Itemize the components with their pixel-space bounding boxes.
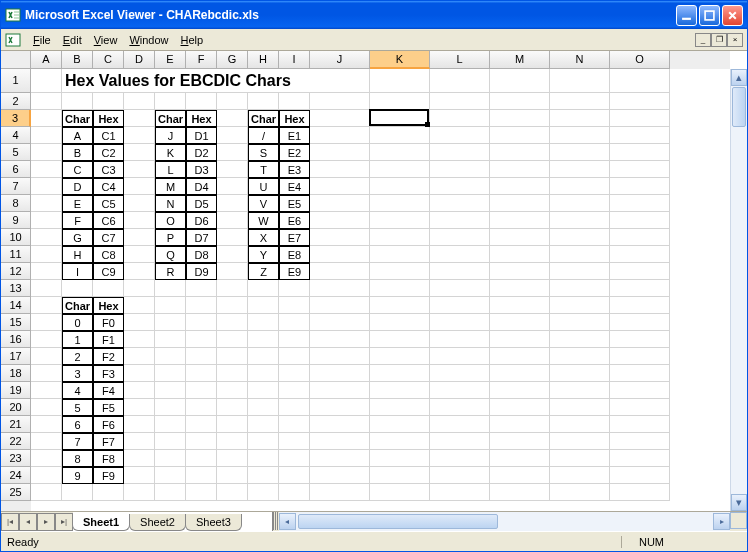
cell[interactable]: [550, 69, 610, 93]
cell[interactable]: [370, 467, 430, 484]
cell[interactable]: [124, 263, 155, 280]
cell[interactable]: [490, 433, 550, 450]
cell[interactable]: [610, 212, 670, 229]
cell[interactable]: [550, 246, 610, 263]
menu-help[interactable]: Help: [175, 32, 210, 48]
data-cell[interactable]: Hex: [93, 110, 124, 127]
cell[interactable]: [550, 382, 610, 399]
cell[interactable]: [370, 93, 430, 110]
data-cell[interactable]: H: [62, 246, 93, 263]
data-cell[interactable]: Hex Values for EBCDIC Chars: [62, 69, 370, 93]
cell[interactable]: [550, 178, 610, 195]
cell[interactable]: [610, 93, 670, 110]
cell[interactable]: [186, 450, 217, 467]
cell[interactable]: [490, 467, 550, 484]
cell[interactable]: [310, 280, 370, 297]
cell[interactable]: [490, 365, 550, 382]
data-cell[interactable]: Char: [248, 110, 279, 127]
scroll-down-button[interactable]: ▾: [731, 494, 747, 511]
cell[interactable]: [217, 144, 248, 161]
cell[interactable]: [217, 297, 248, 314]
cell[interactable]: [31, 433, 62, 450]
cell[interactable]: [430, 229, 490, 246]
cell[interactable]: [550, 280, 610, 297]
data-cell[interactable]: Char: [155, 110, 186, 127]
data-cell[interactable]: C7: [93, 229, 124, 246]
cell[interactable]: [217, 467, 248, 484]
row-header-7[interactable]: 7: [1, 178, 31, 195]
cell[interactable]: [155, 382, 186, 399]
cell[interactable]: [279, 280, 310, 297]
cell[interactable]: [490, 399, 550, 416]
data-cell[interactable]: E8: [279, 246, 310, 263]
data-cell[interactable]: C5: [93, 195, 124, 212]
cell[interactable]: [155, 416, 186, 433]
cell-grid[interactable]: Hex Values for EBCDIC CharsCharHexAC1BC2…: [31, 69, 730, 511]
data-cell[interactable]: E7: [279, 229, 310, 246]
cell[interactable]: [31, 467, 62, 484]
cell[interactable]: [550, 416, 610, 433]
cell[interactable]: [217, 195, 248, 212]
data-cell[interactable]: C6: [93, 212, 124, 229]
data-cell[interactable]: E6: [279, 212, 310, 229]
sheet-tab-sheet3[interactable]: Sheet3: [185, 514, 242, 531]
data-cell[interactable]: 1: [62, 331, 93, 348]
data-cell[interactable]: L: [155, 161, 186, 178]
tab-nav-last[interactable]: ▸|: [55, 513, 73, 531]
cell[interactable]: [430, 144, 490, 161]
cell[interactable]: [430, 365, 490, 382]
cell[interactable]: [124, 127, 155, 144]
cell[interactable]: [370, 178, 430, 195]
row-header-24[interactable]: 24: [1, 467, 31, 484]
col-header-L[interactable]: L: [430, 51, 490, 69]
cell[interactable]: [490, 195, 550, 212]
cell[interactable]: [124, 178, 155, 195]
cell[interactable]: [279, 331, 310, 348]
cell[interactable]: [124, 467, 155, 484]
cell[interactable]: [550, 127, 610, 144]
data-cell[interactable]: C9: [93, 263, 124, 280]
cell[interactable]: [430, 280, 490, 297]
cell[interactable]: [310, 450, 370, 467]
row-header-16[interactable]: 16: [1, 331, 31, 348]
menu-window[interactable]: Window: [123, 32, 174, 48]
cell[interactable]: [217, 246, 248, 263]
data-cell[interactable]: F6: [93, 416, 124, 433]
cell[interactable]: [430, 110, 490, 127]
data-cell[interactable]: R: [155, 263, 186, 280]
data-cell[interactable]: M: [155, 178, 186, 195]
tab-nav-prev[interactable]: ◂: [19, 513, 37, 531]
cell[interactable]: [370, 110, 430, 127]
scroll-left-button[interactable]: ◂: [279, 513, 296, 530]
data-cell[interactable]: C: [62, 161, 93, 178]
cell[interactable]: [186, 314, 217, 331]
cell[interactable]: [155, 399, 186, 416]
cell[interactable]: [490, 93, 550, 110]
row-header-25[interactable]: 25: [1, 484, 31, 501]
cell[interactable]: [550, 161, 610, 178]
cell[interactable]: [550, 93, 610, 110]
cell[interactable]: [430, 263, 490, 280]
data-cell[interactable]: D3: [186, 161, 217, 178]
data-cell[interactable]: J: [155, 127, 186, 144]
cell[interactable]: [550, 263, 610, 280]
data-cell[interactable]: I: [62, 263, 93, 280]
row-header-14[interactable]: 14: [1, 297, 31, 314]
cell[interactable]: [124, 450, 155, 467]
row-header-13[interactable]: 13: [1, 280, 31, 297]
cell[interactable]: [310, 263, 370, 280]
cell[interactable]: [490, 229, 550, 246]
cell[interactable]: [550, 348, 610, 365]
cell[interactable]: [490, 297, 550, 314]
cell[interactable]: [430, 69, 490, 93]
cell[interactable]: [310, 246, 370, 263]
cell[interactable]: [31, 450, 62, 467]
cell[interactable]: [124, 229, 155, 246]
cell[interactable]: [31, 178, 62, 195]
cell[interactable]: [124, 212, 155, 229]
cell[interactable]: [124, 331, 155, 348]
col-header-H[interactable]: H: [248, 51, 279, 69]
cell[interactable]: [248, 348, 279, 365]
row-header-12[interactable]: 12: [1, 263, 31, 280]
cell[interactable]: [124, 314, 155, 331]
